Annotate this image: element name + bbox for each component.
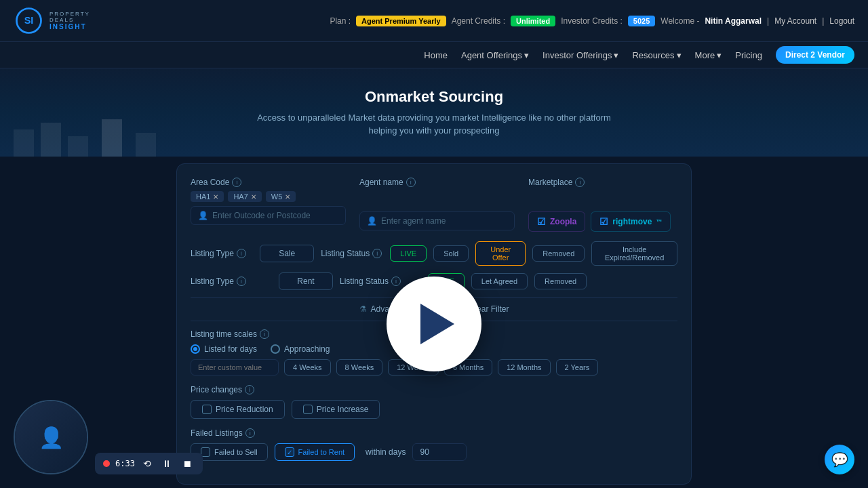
video-controls: 6:33 ⟲ ⏸ ⏹ xyxy=(95,453,203,474)
listing-type-sale-btn[interactable]: Sale xyxy=(260,245,314,262)
price-reduction-btn[interactable]: Price Reduction xyxy=(191,400,285,419)
listing-sale-row: Listing Type i Sale Listing Status i LIV… xyxy=(191,241,677,266)
failed-section: Failed Listings i Failed to Sell ✓ Faile… xyxy=(191,428,677,461)
logo-area: SI PROPERTY DEALS INSIGHT xyxy=(14,5,90,36)
tag-w5-remove[interactable]: ✕ xyxy=(285,193,290,201)
tag-ha1[interactable]: HA1 ✕ xyxy=(191,191,224,202)
my-account-link[interactable]: My Account xyxy=(774,16,816,26)
agent-name-group: Agent name i 👤 Enter agent name xyxy=(359,178,515,230)
postcode-input[interactable]: 👤 Enter Outcode or Postcode xyxy=(191,206,346,225)
within-days-label: within days xyxy=(366,447,406,457)
listing-status-sale-info: i xyxy=(372,249,382,258)
nav-bar: Home Agent Offerings ▾ Investor Offering… xyxy=(0,42,868,68)
main-content: Area Code i HA1 ✕ HA7 ✕ W5 ✕ 👤 Enter Out… xyxy=(0,157,868,488)
chat-icon: 💬 xyxy=(831,451,848,468)
rightmove-label: rightmove xyxy=(612,217,652,226)
area-code-label: Area Code i xyxy=(191,178,346,187)
failed-to-rent-btn[interactable]: ✓ Failed to Rent xyxy=(275,443,355,461)
video-play-overlay[interactable] xyxy=(387,277,481,371)
webcam-person-icon: 👤 xyxy=(39,426,64,449)
pause-button[interactable]: ⏸ xyxy=(159,457,174,470)
custom-time-input[interactable] xyxy=(191,359,279,375)
marketplace-row: ☑ Zoopla ☑ rightmove ™ xyxy=(528,211,677,232)
agent-credits-label: Agent Credits : xyxy=(452,16,505,26)
nav-investor-offerings[interactable]: Investor Offerings ▾ xyxy=(542,50,618,60)
failed-listings-label: Failed Listings i xyxy=(191,428,677,438)
hero-section: Onmarket Sourcing Access to unparalleled… xyxy=(0,68,868,157)
chevron-down-icon3: ▾ xyxy=(677,50,682,60)
sale-status-expired[interactable]: Include Expired/Removed xyxy=(591,241,677,266)
investor-credits-badge: 5025 xyxy=(628,16,655,26)
tag-w5[interactable]: W5 ✕ xyxy=(266,191,296,202)
rec-dot-icon xyxy=(103,460,110,467)
listing-type-rent-label: Listing Type i xyxy=(191,277,272,286)
rent-status-removed[interactable]: Removed xyxy=(534,273,587,289)
tag-ha7[interactable]: HA7 ✕ xyxy=(228,191,261,202)
sale-status-under-offer[interactable]: Under Offer xyxy=(475,241,526,266)
logo-text: PROPERTY DEALS INSIGHT xyxy=(50,11,90,30)
person-icon: 👤 xyxy=(198,211,208,220)
listing-type-sale-label: Listing Type i xyxy=(191,249,253,258)
nav-agent-offerings[interactable]: Agent Offerings ▾ xyxy=(461,50,529,60)
price-increase-checkbox xyxy=(303,405,313,414)
top-bar: SI PROPERTY DEALS INSIGHT Plan : Agent P… xyxy=(0,0,868,42)
price-increase-btn[interactable]: Price Increase xyxy=(292,400,380,419)
listing-type-rent-info: i xyxy=(237,277,246,286)
marketplace-info-icon: i xyxy=(575,178,585,187)
tag-ha7-remove[interactable]: ✕ xyxy=(251,193,256,201)
zoopla-label: Zoopla xyxy=(550,217,576,226)
nav-pricing[interactable]: Pricing xyxy=(735,50,762,60)
time-btn-2years[interactable]: 2 Years xyxy=(556,359,599,375)
chevron-down-icon4: ▾ xyxy=(717,50,722,60)
separator: | xyxy=(767,16,769,26)
marketplace-label: Marketplace i xyxy=(528,178,677,187)
webcam-placeholder: 👤 xyxy=(15,401,87,473)
area-code-group: Area Code i HA1 ✕ HA7 ✕ W5 ✕ 👤 Enter Out… xyxy=(191,178,346,225)
nav-home[interactable]: Home xyxy=(424,50,448,60)
radio-approaching[interactable]: Approaching xyxy=(271,344,330,354)
sale-status-removed[interactable]: Removed xyxy=(532,245,585,262)
rewind-button[interactable]: ⟲ xyxy=(140,457,154,470)
radio-listed-days[interactable]: Listed for days xyxy=(191,344,257,354)
within-days-input[interactable] xyxy=(412,443,467,461)
postcode-placeholder: Enter Outcode or Postcode xyxy=(212,211,311,220)
price-reduction-checkbox xyxy=(202,405,212,414)
tag-ha1-remove[interactable]: ✕ xyxy=(213,193,218,201)
rightmove-badge[interactable]: ☑ rightmove ™ xyxy=(591,211,671,232)
stop-button[interactable]: ⏹ xyxy=(180,457,195,470)
time-btn-4weeks[interactable]: 4 Weeks xyxy=(284,359,331,375)
top-right-info: Plan : Agent Premium Yearly Agent Credit… xyxy=(330,16,854,26)
agent-name-input[interactable]: 👤 Enter agent name xyxy=(359,211,515,230)
marketplace-group: Marketplace i ☑ Zoopla ☑ rightmove ™ xyxy=(528,178,677,232)
price-changes-label: Price changes i xyxy=(191,385,677,394)
rent-status-let-agreed[interactable]: Let Agreed xyxy=(471,273,528,289)
plan-badge: Agent Premium Yearly xyxy=(356,16,446,26)
failed-row: Failed to Sell ✓ Failed to Rent within d… xyxy=(191,443,677,461)
failed-info-icon: i xyxy=(245,428,255,438)
user-name: Nitin Aggarwal xyxy=(705,16,762,26)
sale-status-live[interactable]: LIVE xyxy=(390,245,427,262)
sale-status-sold[interactable]: Sold xyxy=(433,245,469,262)
listing-type-sale-info: i xyxy=(237,249,246,258)
time-btn-12months[interactable]: 12 Months xyxy=(498,359,550,375)
time-btn-8weeks[interactable]: 8 Weeks xyxy=(336,359,383,375)
webcam-area: 👤 xyxy=(14,400,88,474)
area-code-info-icon: i xyxy=(232,178,241,187)
svg-text:SI: SI xyxy=(24,15,34,26)
nav-resources[interactable]: Resources ▾ xyxy=(632,50,681,60)
nav-more[interactable]: More ▾ xyxy=(695,50,722,60)
rightmove-check-icon: ☑ xyxy=(599,216,608,227)
investor-credits-label: Investor Credits : xyxy=(561,16,623,26)
listing-status-sale-label: Listing Status i xyxy=(321,249,383,258)
direct2vendor-button[interactable]: Direct 2 Vendor xyxy=(776,46,854,64)
video-time: 6:33 xyxy=(115,459,135,468)
listing-type-rent-btn[interactable]: Rent xyxy=(279,272,333,290)
logout-link[interactable]: Logout xyxy=(829,16,854,26)
price-info-icon: i xyxy=(245,385,254,394)
agent-person-icon: 👤 xyxy=(367,216,377,226)
chat-bubble[interactable]: 💬 xyxy=(825,445,854,474)
zoopla-badge[interactable]: ☑ Zoopla xyxy=(528,211,585,232)
filter-funnel-icon: ⚗ xyxy=(359,304,367,314)
chevron-down-icon: ▾ xyxy=(524,50,529,60)
rightmove-tm: ™ xyxy=(656,218,662,225)
